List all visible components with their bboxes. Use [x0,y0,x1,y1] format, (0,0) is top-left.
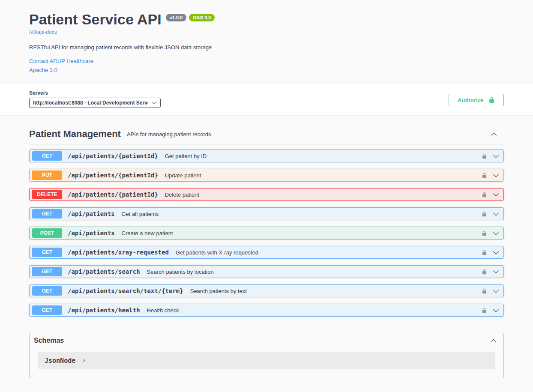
server-select[interactable]: http://localhost:8088 - Local Developmen… [29,98,161,108]
authorize-button[interactable]: Authorize [449,94,504,106]
chevron-right-icon[interactable] [81,358,86,363]
endpoint-summary: Update patient [165,172,201,179]
page-title: Patient Service API [29,11,162,28]
method-badge: DELETE [32,190,62,199]
endpoint-summary: Create a new patient [122,230,173,236]
lock-icon[interactable] [482,288,487,294]
endpoint-path: /api/patients/search [68,268,140,275]
operation-summary[interactable]: GET /api/patients/search Search patients… [30,266,503,278]
operation-summary[interactable]: GET /api/patients/health Health check [30,304,503,316]
tag-section-header[interactable]: Patient Management APIs for managing pat… [29,129,504,144]
tag-title: Patient Management [29,129,121,140]
chevron-up-icon[interactable] [490,338,497,344]
method-badge: GET [32,209,62,218]
schemas-list: JsonNode [30,348,503,378]
schema-model-name: JsonNode [45,357,75,365]
license-link[interactable]: Apache 2.0 [29,67,504,73]
operation-row: GET /api/patients/search/text/{term} Sea… [29,284,504,297]
method-badge: GET [32,305,62,315]
schemas-title: Schemas [34,337,64,344]
method-badge: GET [32,151,62,161]
endpoint-path: /api/patients/{patientId} [68,191,158,198]
operation-row: POST /api/patients Create a new patient [29,227,504,239]
spec-doc-link[interactable]: /v3/api-docs [29,29,57,35]
lock-icon[interactable] [482,307,487,314]
operation-summary[interactable]: DELETE /api/patients/{patientId} Delete … [30,189,503,200]
endpoint-path: /api/patients [68,230,115,236]
operation-summary[interactable]: GET /api/patients Get all patients [30,208,503,220]
method-badge: GET [32,286,62,296]
contact-link[interactable]: Contact ARUP Healthcare [29,58,504,64]
method-badge: GET [32,267,62,276]
chevron-down-icon[interactable] [493,211,499,217]
chevron-down-icon[interactable] [493,288,499,294]
lock-icon[interactable] [482,211,487,217]
chevron-down-icon[interactable] [493,192,499,198]
endpoint-path: /api/patients/health [68,307,140,314]
endpoint-path: /api/patients/{patientId} [68,172,158,179]
operation-summary[interactable]: GET /api/patients/xray-requested Get pat… [30,246,503,258]
operation-row: PUT /api/patients/{patientId} Update pat… [29,169,504,182]
operation-row: GET /api/patients/xray-requested Get pat… [29,246,504,259]
method-badge: GET [32,248,62,257]
operation-summary[interactable]: POST /api/patients Create a new patient [30,227,503,239]
endpoint-summary: Delete patient [165,192,199,198]
schemas-section: Schemas JsonNode [29,333,504,378]
endpoint-path: /api/patients/{patientId} [68,153,158,159]
schemas-header[interactable]: Schemas [30,333,503,348]
version-badge: v1.0.0 [166,14,187,21]
endpoint-path: /api/patients/search/text/{term} [68,287,183,294]
operations-list: GET /api/patients/{patientId} Get patien… [29,150,504,317]
api-description: RESTful API for managing patient records… [29,44,504,51]
servers-group: Servers http://localhost:8088 - Local De… [29,90,161,108]
chevron-down-icon[interactable] [493,172,499,179]
chevron-down-icon[interactable] [493,153,499,159]
endpoint-summary: Search patients by text [190,288,247,294]
tag-description: APIs for managing patient records [127,131,211,138]
operation-summary[interactable]: GET /api/patients/search/text/{term} Sea… [30,285,503,297]
endpoint-summary: Search patients by location [147,269,214,275]
unlocked-padlock-icon [488,96,495,104]
operation-row: GET /api/patients Get all patients [29,207,504,220]
chevron-down-icon[interactable] [493,230,499,236]
lock-icon[interactable] [482,249,487,256]
operation-summary[interactable]: GET /api/patients/{patientId} Get patien… [30,150,503,162]
lock-icon[interactable] [482,172,487,179]
endpoint-path: /api/patients/xray-requested [68,249,169,256]
chevron-down-icon[interactable] [493,269,499,275]
info-header: Patient Service API v1.0.0 OAS 3.0 /v3/a… [0,0,533,84]
schema-model-row[interactable]: JsonNode [38,352,495,369]
lock-icon[interactable] [482,269,487,275]
chevron-down-icon[interactable] [493,307,499,314]
method-badge: PUT [32,171,62,180]
method-badge: POST [32,228,62,238]
endpoint-summary: Get all patients [122,211,159,217]
endpoint-summary: Get patients with X-ray requested [176,249,258,256]
chevron-up-icon[interactable] [491,131,497,138]
oas-badge: OAS 3.0 [189,14,215,21]
chevron-down-icon[interactable] [493,249,499,256]
operation-row: DELETE /api/patients/{patientId} Delete … [29,188,504,201]
operation-row: GET /api/patients/search Search patients… [29,265,504,278]
lock-icon[interactable] [482,230,487,236]
lock-icon[interactable] [482,153,487,159]
operation-row: GET /api/patients/{patientId} Get patien… [29,150,504,162]
endpoint-summary: Get patient by ID [165,153,207,159]
scheme-container: Servers http://localhost:8088 - Local De… [0,84,533,115]
endpoint-path: /api/patients [68,210,115,217]
operation-summary[interactable]: PUT /api/patients/{patientId} Update pat… [30,169,503,181]
lock-icon[interactable] [482,192,487,198]
authorize-label: Authorize [458,97,483,103]
operation-row: GET /api/patients/health Health check [29,304,504,317]
servers-label: Servers [29,90,161,96]
endpoint-summary: Health check [147,307,179,314]
